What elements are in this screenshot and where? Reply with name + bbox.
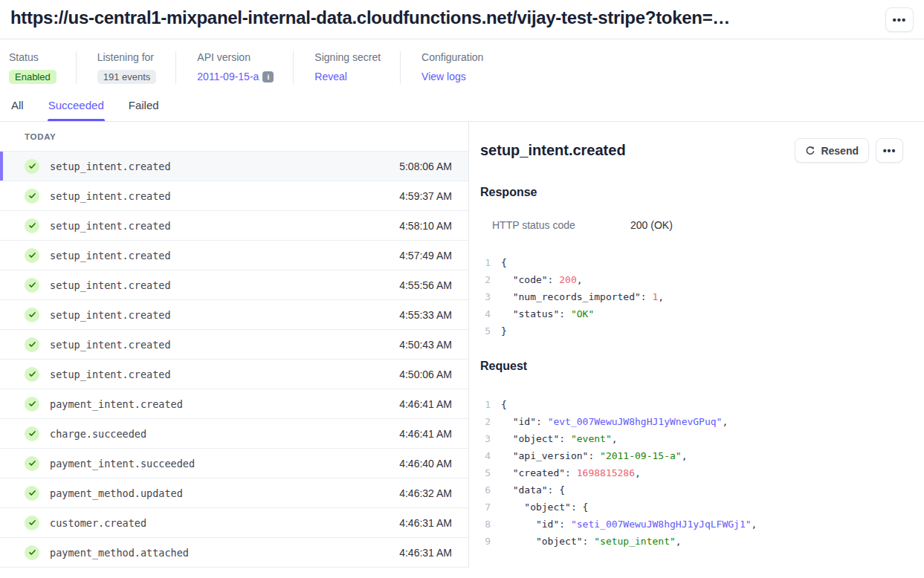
- event-detail-pane: setup_intent.created Resend ••• Response: [469, 122, 924, 568]
- event-name: charge.succeeded: [50, 428, 146, 440]
- view-logs-link[interactable]: View logs: [421, 71, 466, 82]
- tab-succeeded[interactable]: Succeeded: [48, 97, 105, 121]
- success-check-icon: [25, 367, 39, 382]
- event-list-row[interactable]: setup_intent.created 4:55:56 AM: [0, 270, 468, 300]
- event-time: 4:59:37 AM: [399, 190, 452, 202]
- event-name: setup_intent.created: [50, 339, 171, 351]
- summary-api-version: API version 2011-09-15-ai: [187, 51, 294, 84]
- event-list-row[interactable]: payment_method.attached 4:46:31 AM: [0, 538, 468, 568]
- event-filter-tabs: All Succeeded Failed: [0, 97, 924, 122]
- success-check-icon: [25, 486, 39, 501]
- summary-listening-for: Listening for 191 events: [87, 51, 177, 84]
- event-list-pane: TODAY setup_intent.created 5:08:06 AM se…: [0, 122, 469, 568]
- resend-button[interactable]: Resend: [795, 138, 869, 163]
- event-list-row[interactable]: charge.succeeded 4:46:41 AM: [0, 419, 468, 449]
- event-list-row[interactable]: payment_intent.created 4:46:41 AM: [0, 389, 468, 419]
- success-check-icon: [25, 218, 39, 233]
- event-list: setup_intent.created 5:08:06 AM setup_in…: [0, 152, 468, 568]
- event-name: setup_intent.created: [50, 190, 171, 202]
- event-name: setup_intent.created: [50, 368, 171, 380]
- reveal-secret-link[interactable]: Reveal: [314, 71, 347, 82]
- event-name: payment_method.updated: [50, 487, 183, 499]
- success-check-icon: [25, 426, 39, 441]
- tab-failed[interactable]: Failed: [128, 97, 160, 121]
- event-name: setup_intent.created: [50, 250, 171, 262]
- tab-all[interactable]: All: [10, 97, 25, 121]
- event-time: 4:55:33 AM: [399, 309, 452, 321]
- success-check-icon: [25, 189, 39, 204]
- success-check-icon: [25, 159, 39, 174]
- event-time: 4:46:41 AM: [399, 428, 452, 440]
- detail-overflow-button[interactable]: •••: [876, 138, 903, 163]
- event-list-row[interactable]: payment_method.updated 4:46:32 AM: [0, 478, 468, 508]
- ellipsis-icon: •••: [893, 13, 907, 26]
- api-version-link[interactable]: 2011-09-15-a: [197, 71, 259, 82]
- event-time: 4:58:10 AM: [399, 220, 452, 232]
- http-status-row: HTTP status code 200 (OK): [480, 219, 903, 231]
- event-time: 5:08:06 AM: [399, 160, 452, 172]
- status-label: Status: [9, 51, 56, 63]
- detail-actions: Resend •••: [795, 138, 903, 163]
- detail-title: setup_intent.created: [480, 142, 626, 159]
- event-name: setup_intent.created: [50, 160, 171, 172]
- event-list-row[interactable]: setup_intent.created 5:08:06 AM: [0, 152, 468, 181]
- event-name: payment_method.attached: [50, 547, 189, 559]
- info-icon[interactable]: i: [262, 71, 274, 82]
- event-time: 4:46:31 AM: [399, 517, 452, 529]
- event-list-row[interactable]: setup_intent.created 4:50:06 AM: [0, 360, 468, 389]
- listening-for-label: Listening for: [97, 51, 157, 63]
- status-badge: Enabled: [9, 70, 56, 84]
- request-code: 1{2 "id": "evt_007WewuJW8hgHJ1yWnevGPuq"…: [480, 396, 903, 550]
- http-status-label: HTTP status code: [492, 219, 630, 231]
- success-check-icon: [25, 545, 39, 560]
- success-check-icon: [25, 308, 39, 322]
- success-check-icon: [25, 516, 39, 530]
- content-split: TODAY setup_intent.created 5:08:06 AM se…: [0, 122, 924, 568]
- summary-signing-secret: Signing secret Reveal: [304, 51, 401, 84]
- endpoint-summary: Status Enabled Listening for 191 events …: [0, 39, 924, 97]
- ellipsis-icon: •••: [883, 145, 896, 157]
- event-name: payment_intent.created: [50, 398, 183, 410]
- events-count-badge: 191 events: [97, 70, 157, 84]
- event-list-row[interactable]: setup_intent.created 4:58:10 AM: [0, 211, 468, 241]
- api-version-label: API version: [197, 51, 274, 63]
- page-title: https://us-central1-mixpanel-internal-da…: [10, 7, 730, 28]
- success-check-icon: [25, 337, 39, 352]
- event-name: customer.created: [50, 517, 146, 529]
- event-list-row[interactable]: setup_intent.created 4:55:33 AM: [0, 300, 468, 330]
- event-time: 4:50:06 AM: [399, 368, 452, 380]
- success-check-icon: [25, 278, 39, 293]
- request-heading: Request: [480, 360, 903, 373]
- event-time: 4:46:32 AM: [399, 487, 452, 499]
- success-check-icon: [25, 397, 39, 412]
- refresh-icon: [805, 146, 815, 156]
- signing-secret-label: Signing secret: [314, 51, 381, 63]
- event-time: 4:50:43 AM: [399, 339, 452, 351]
- event-name: setup_intent.created: [50, 220, 171, 232]
- event-name: setup_intent.created: [50, 309, 171, 321]
- event-name: setup_intent.created: [50, 279, 171, 291]
- event-list-row[interactable]: customer.created 4:46:31 AM: [0, 508, 468, 538]
- response-code: 1{2 "code": 200,3 "num_records_imported"…: [480, 254, 903, 340]
- event-time: 4:46:41 AM: [399, 398, 452, 410]
- event-list-row[interactable]: setup_intent.created 4:50:43 AM: [0, 330, 468, 360]
- summary-status: Status Enabled: [9, 51, 77, 84]
- success-check-icon: [25, 456, 39, 471]
- event-list-row[interactable]: payment_intent.succeeded 4:46:40 AM: [0, 449, 468, 478]
- event-list-row[interactable]: setup_intent.created 4:57:49 AM: [0, 241, 468, 270]
- event-group-header: TODAY: [0, 122, 468, 152]
- page-overflow-button[interactable]: •••: [885, 7, 914, 32]
- event-time: 4:57:49 AM: [399, 250, 452, 262]
- resend-button-label: Resend: [821, 145, 859, 157]
- page-header: https://us-central1-mixpanel-internal-da…: [0, 0, 924, 39]
- detail-header: setup_intent.created Resend •••: [480, 138, 903, 163]
- event-time: 4:46:40 AM: [399, 458, 452, 470]
- success-check-icon: [25, 248, 39, 263]
- event-time: 4:46:31 AM: [399, 547, 452, 559]
- event-name: payment_intent.succeeded: [50, 458, 195, 470]
- response-heading: Response: [480, 186, 903, 199]
- configuration-label: Configuration: [421, 51, 483, 63]
- event-time: 4:55:56 AM: [399, 279, 452, 291]
- http-status-value: 200 (OK): [630, 219, 673, 231]
- event-list-row[interactable]: setup_intent.created 4:59:37 AM: [0, 181, 468, 211]
